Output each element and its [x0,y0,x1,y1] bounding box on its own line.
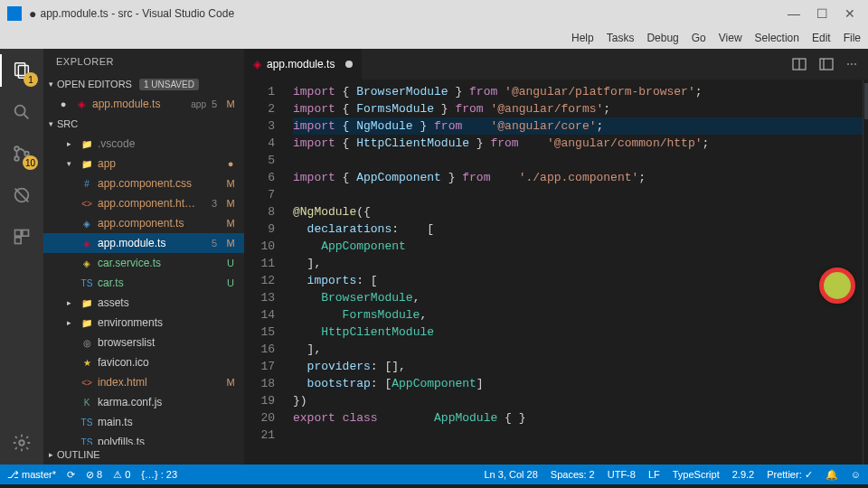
chevron-down-icon: ▾ [49,119,53,128]
tree-item[interactable]: ◈app.component.tsM [43,213,244,233]
dirty-indicator [345,61,353,68]
errors-count[interactable]: ⊘ 8 [86,469,102,481]
eol[interactable]: LF [648,469,660,480]
modified-dot: ● [29,6,36,21]
tree-item[interactable]: ◎browserslist [43,333,244,352]
split-editor-icon[interactable] [792,57,807,71]
tree-item[interactable]: ★favicon.ico [43,352,244,372]
extensions-icon[interactable] [9,224,34,249]
tabbar: ◈ app.module.ts ⋯ [244,49,868,80]
bell-icon[interactable]: 🔔 [826,469,838,481]
tree-item[interactable]: ▸📁assets [43,293,244,313]
toggle-layout-icon[interactable] [819,57,834,71]
prettier-status[interactable]: Prettier: ✓ [767,469,813,481]
outline-label: OUTLINE [57,449,100,460]
outline-header[interactable]: ▸ OUTLINE [43,445,244,465]
menubar: Help Tasks Debug Go View Selection Edit … [0,27,868,49]
angular-icon: ◈ [253,58,261,70]
search-icon[interactable] [9,99,34,125]
svg-rect-15 [820,59,833,70]
tree-item[interactable]: <>app.component.ht…3M [43,193,244,213]
settings-gear-icon[interactable] [9,430,34,455]
editor: ◈ app.module.ts ⋯ 1234567891011121314151… [244,49,868,465]
tab-app-module[interactable]: ◈ app.module.ts [244,49,363,80]
menu-tasks[interactable]: Tasks [607,32,635,44]
statusbar: ⎇ master* ⟳ ⊘ 8 ⚠ 0 {…} : 23 Ln 3, Col 2… [0,465,868,484]
annotation-cursor-icon [819,267,855,304]
tree-item[interactable]: TSpolyfills.ts [43,432,244,445]
svg-rect-10 [23,230,29,237]
maximize-button[interactable]: ☐ [816,6,828,21]
sidebar-title: EXPLORER [43,49,244,74]
language-mode[interactable]: TypeScript [673,469,720,480]
file-tree: ▸📁.vscode▾📁app●#app.component.cssM<>app.… [43,134,244,445]
title-filename: app.module.ts [40,7,108,20]
menu-help[interactable]: Help [571,32,594,44]
tree-item[interactable]: Kkarma.conf.js [43,392,244,412]
indent-setting[interactable]: Spaces: 2 [551,469,595,480]
tree-item[interactable]: ◈car.service.tsU [43,253,244,273]
svg-line-3 [24,115,29,119]
encoding[interactable]: UTF-8 [608,469,636,480]
title-app: Visual Studio Code [142,7,788,20]
menu-debug[interactable]: Debug [646,32,678,44]
chevron-down-icon: ▾ [49,80,53,89]
vscode-icon [7,6,22,21]
titlebar: ● app.module.ts - src - Visual Studio Co… [0,0,868,27]
src-header[interactable]: ▾ SRC [43,114,244,134]
tree-item[interactable]: <>index.htmlM [43,372,244,392]
svg-point-12 [19,440,24,446]
chevron-right-icon: ▸ [49,450,53,459]
open-editors-label: OPEN EDITORS [57,79,132,89]
branch-indicator[interactable]: ⎇ master* [7,469,56,481]
minimap[interactable] [863,80,868,465]
open-editor-item[interactable]: ●◈app.module.tsapp5M [43,94,244,114]
cursor-position[interactable]: Ln 3, Col 28 [484,469,537,480]
svg-point-2 [15,106,25,116]
tree-item[interactable]: ◈app.module.ts5M [43,233,244,253]
more-icon[interactable]: ⋯ [846,58,857,70]
svg-point-5 [14,156,19,161]
svg-point-4 [14,146,19,151]
minimize-button[interactable]: — [788,6,800,21]
tree-item[interactable]: TSmain.ts [43,412,244,432]
code-editor[interactable]: 123456789101112131415161718192021 import… [244,80,868,465]
menu-go[interactable]: Go [692,32,706,44]
title-sep2: - [133,7,143,20]
src-label: SRC [57,118,78,129]
close-window-button[interactable]: ✕ [844,6,855,21]
info-count[interactable]: {…} : 23 [141,469,177,480]
menu-view[interactable]: View [719,32,742,44]
line-gutter: 123456789101112131415161718192021 [244,80,286,465]
tab-filename: app.module.ts [267,58,335,70]
scm-badge: 10 [23,155,38,170]
scm-icon[interactable]: 10 [9,141,34,166]
ts-version[interactable]: 2.9.2 [732,469,754,480]
warnings-count[interactable]: ⚠ 0 [113,469,130,481]
open-editors-header[interactable]: ▾ OPEN EDITORS 1 UNSAVED [43,74,244,94]
debug-icon[interactable] [9,183,34,208]
feedback-icon[interactable]: ☺ [851,469,861,480]
explorer-badge: 1 [24,72,38,87]
svg-rect-9 [15,230,22,237]
sidebar: EXPLORER ▾ OPEN EDITORS 1 UNSAVED ●◈app.… [43,49,244,465]
tree-item[interactable]: TScar.tsU [43,273,244,293]
sync-icon[interactable]: ⟳ [67,469,75,481]
svg-rect-11 [15,238,22,244]
tree-item[interactable]: ▸📁environments [43,313,244,333]
tree-item[interactable]: ▸📁.vscode [43,134,244,154]
menu-file[interactable]: File [844,32,861,44]
title-sep: - [108,7,118,20]
menu-selection[interactable]: Selection [755,32,799,44]
tree-item[interactable]: #app.component.cssM [43,174,244,193]
activitybar: 1 10 [0,49,43,465]
code-content[interactable]: import { BrowserModule } from '@angular/… [286,80,863,465]
tree-item[interactable]: ▾📁app● [43,154,244,174]
title-path: src [118,7,133,20]
menu-edit[interactable]: Edit [812,32,831,44]
unsaved-badge: 1 UNSAVED [139,79,199,90]
explorer-icon[interactable]: 1 [9,58,34,83]
